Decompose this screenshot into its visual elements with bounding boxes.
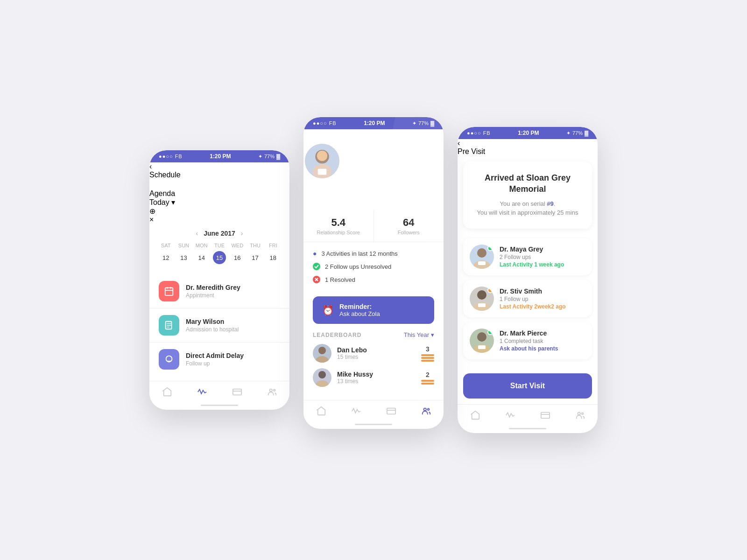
month-year-label: June 2017 <box>204 230 235 237</box>
svg-rect-47 <box>541 412 549 418</box>
doc-follow-1: 2 Follow ups <box>500 254 585 260</box>
schedule-title: Schedule <box>149 171 181 179</box>
appointment-text: Dr. Meredith Grey Appintment <box>186 284 240 299</box>
admission-text: Mary Wilson Admission to hospital <box>186 318 239 333</box>
calendar-days: 12 13 14 15 16 17 18 <box>157 251 282 264</box>
scroll-indicator-3 <box>509 428 546 429</box>
calendar-nav: ‹ June 2017 › <box>157 230 282 237</box>
followup-text: Direct Admit Delay Follow up <box>186 352 244 367</box>
status-bar-1: ●●○○ FB 1:20 PM ✦ 77% ▓ <box>149 150 289 162</box>
day-12[interactable]: 12 <box>159 251 172 264</box>
day-18[interactable]: 18 <box>267 251 280 264</box>
doc-avatar-3 <box>470 329 494 353</box>
svg-line-1 <box>155 185 157 187</box>
screen1-phone: ●●○○ FB 1:20 PM ✦ 77% ▓ ‹ Schedule <box>149 150 289 410</box>
nav-activity-1[interactable] <box>197 387 207 397</box>
bluetooth-icon-3: ✦ <box>566 130 571 136</box>
bluetooth-icon: ✦ <box>258 154 262 160</box>
svg-point-44 <box>477 332 486 342</box>
status-dot-3 <box>487 329 493 335</box>
agenda-bar: Agenda Today ▾ ⊕ × <box>149 189 289 224</box>
scroll-indicator-1 <box>201 405 238 406</box>
search-icon <box>149 179 158 188</box>
appointment-type: Appintment <box>186 292 240 299</box>
doctors-list: Dr. Maya Grey 2 Follow ups Last Activity… <box>458 234 598 368</box>
doc-activity-2: Last Activity 2week2 ago <box>500 303 585 310</box>
chevron-down-icon: ▾ <box>171 198 175 206</box>
next-month-button[interactable]: › <box>241 230 243 237</box>
calendar: ‹ June 2017 › SAT SUN MON TUE WED THU FR… <box>149 224 289 270</box>
nav-card-3[interactable] <box>540 410 550 420</box>
today-button[interactable]: Today ▾ <box>149 198 289 207</box>
agenda-label: Agenda <box>149 189 175 197</box>
followup-icon <box>159 349 179 370</box>
serial-number: #9 <box>547 200 553 207</box>
previsit-header: ‹ Pre Visit <box>458 139 598 156</box>
svg-rect-42 <box>478 303 486 307</box>
bottom-nav-3 <box>458 404 598 428</box>
appointment-name: Dr. Meredith Grey <box>186 284 240 291</box>
add-button[interactable]: ⊕ <box>149 207 289 216</box>
bottom-nav-1 <box>149 381 289 405</box>
battery-icon-3: ▓ <box>585 130 588 136</box>
search-button-1[interactable] <box>149 179 289 189</box>
admission-name: Mary Wilson <box>186 318 239 325</box>
carrier-1: ●●○○ FB <box>159 154 183 159</box>
doc-avatar-2 <box>470 287 494 311</box>
nav-people-3[interactable] <box>575 410 585 420</box>
status-dot-2 <box>487 287 493 293</box>
day-16[interactable]: 16 <box>231 251 244 264</box>
arrival-sub: You are on serial #9. You will visit in … <box>472 199 583 217</box>
status-dot-1 <box>487 245 493 251</box>
nav-people-1[interactable] <box>267 387 277 397</box>
svg-rect-46 <box>478 345 486 349</box>
svg-rect-2 <box>165 288 173 296</box>
battery-1: ✦ 77% ▓ <box>258 154 280 160</box>
arrival-title: Arrived at Sloan Grey Memorial <box>472 173 583 195</box>
admission-type: Admission to hospital <box>186 326 239 333</box>
day-17[interactable]: 17 <box>249 251 262 264</box>
doctor-item-3[interactable]: Dr. Mark Pierce 1 Completed task Ask abo… <box>463 322 592 359</box>
start-visit-button[interactable]: Start Visit <box>463 373 592 399</box>
svg-point-0 <box>151 181 156 186</box>
schedule-item-2[interactable]: Mary Wilson Admission to hospital <box>149 308 289 343</box>
doctor-item-2[interactable]: Dr. Stiv Smith 1 Follow up Last Activity… <box>463 280 592 317</box>
back-button-3[interactable]: ‹ <box>458 139 598 147</box>
svg-point-49 <box>578 412 580 415</box>
followup-type: Follow up <box>186 360 244 367</box>
appointment-icon <box>159 281 179 301</box>
schedule-item-3[interactable]: Direct Admit Delay Follow up <box>149 343 289 376</box>
doc-info-3: Dr. Mark Pierce 1 Completed task Ask abo… <box>500 329 585 352</box>
svg-rect-10 <box>233 389 241 395</box>
doc-activity-1: Last Activity 1 week ago <box>500 261 585 268</box>
doc-follow-3: 1 Completed task <box>500 338 585 344</box>
admission-icon <box>159 315 179 336</box>
close-button[interactable]: × <box>149 216 289 224</box>
followup-name: Direct Admit Delay <box>186 352 244 359</box>
nav-card-1[interactable] <box>232 387 242 397</box>
svg-point-40 <box>477 290 486 300</box>
day-14[interactable]: 14 <box>195 251 208 264</box>
doc-name-1: Dr. Maya Grey <box>500 245 585 253</box>
doctor-item-1[interactable]: Dr. Maya Grey 2 Follow ups Last Activity… <box>463 238 592 275</box>
nav-home-1[interactable] <box>162 387 172 397</box>
schedule-item-1[interactable]: Dr. Meredith Grey Appintment <box>149 274 289 308</box>
previsit-title: Pre Visit <box>458 147 485 155</box>
nav-home-3[interactable] <box>470 410 480 420</box>
doc-activity-3: Ask about his parents <box>500 345 585 352</box>
screen2-phone: ●●○○ FB 1:20 PM ✦ 77% ▓ ‹ <box>303 117 444 429</box>
doc-info-1: Dr. Maya Grey 2 Follow ups Last Activity… <box>500 245 585 268</box>
prev-month-button[interactable]: ‹ <box>196 230 198 237</box>
svg-point-50 <box>581 413 583 414</box>
doc-follow-2: 1 Follow up <box>500 296 585 302</box>
day-15-active[interactable]: 15 <box>213 251 226 264</box>
doc-name-3: Dr. Mark Pierce <box>500 329 585 337</box>
doctor-profile-section: Meredith Grey General Surgeon Grey Sloan… <box>303 142 444 210</box>
arrival-card: Arrived at Sloan Grey Memorial You are o… <box>463 161 592 229</box>
day-13[interactable]: 13 <box>177 251 190 264</box>
svg-point-12 <box>269 389 272 392</box>
screens-container: ●●○○ FB 1:20 PM ✦ 77% ▓ ‹ Schedule <box>149 127 598 433</box>
back-button-1[interactable]: ‹ <box>149 162 289 171</box>
nav-activity-3[interactable] <box>505 410 515 420</box>
schedule-header: ‹ Schedule <box>149 162 289 189</box>
